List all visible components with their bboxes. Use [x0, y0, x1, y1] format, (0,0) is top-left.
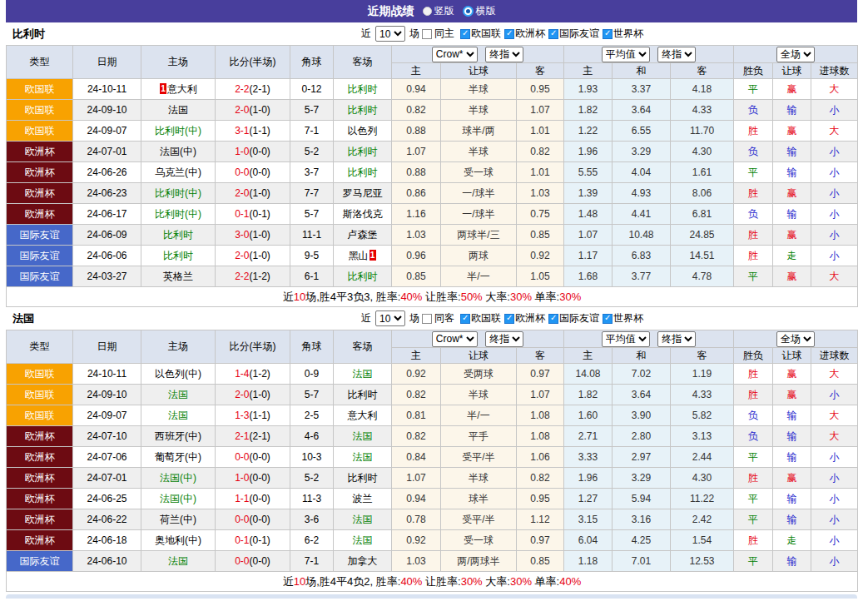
layout-option-horizontal[interactable]: 横版	[463, 4, 496, 18]
average-select[interactable]: 平均值	[602, 331, 650, 347]
home-team: 奥地利(中)	[155, 534, 201, 546]
europe-odds-group-header: 平均值 终指	[564, 46, 734, 63]
same-venue-checkbox[interactable]	[422, 29, 432, 39]
bookmaker-select[interactable]: Crow*	[432, 47, 478, 62]
full-match-select[interactable]: 全场	[776, 331, 815, 347]
handicap-line: 半/一	[441, 266, 517, 287]
avg-away-odds: 2.44	[671, 447, 734, 468]
full-match-select[interactable]: 全场	[776, 47, 815, 62]
red-card-badge: 1	[160, 83, 166, 94]
col-avg-away-header: 客	[671, 63, 734, 79]
league-badge: 欧洲杯	[7, 142, 73, 162]
away-team-cell: 法国	[334, 426, 392, 447]
over-under-result: 小	[811, 246, 858, 266]
avg-home-odds: 3.33	[564, 447, 613, 468]
avg-home-odds: 1.18	[564, 551, 613, 572]
match-score: 1-4(1-2)	[216, 364, 290, 385]
league-label: 欧洲杯	[515, 27, 545, 41]
full-time-score: 0-1	[235, 534, 249, 546]
full-time-score: 2-2	[235, 83, 249, 95]
crow-home-odds: 0.78	[392, 509, 441, 530]
away-team: 斯洛伐克	[343, 208, 383, 220]
average-select[interactable]: 平均值	[602, 47, 650, 62]
avg-draw-odds: 3.37	[613, 79, 671, 100]
handicap-result: 输	[773, 142, 811, 162]
win-draw-loss-result: 平	[734, 79, 773, 100]
full-time-score: 1-4	[235, 368, 249, 380]
avg-draw-odds: 3.64	[613, 385, 671, 405]
full-time-score: 0-0	[235, 451, 249, 463]
avg-draw-odds: 3.16	[613, 509, 671, 530]
handicap-result: 赢	[773, 79, 811, 100]
col-type-header: 类型	[7, 330, 73, 364]
league-badge: 国际友谊	[7, 225, 73, 246]
final-index-select[interactable]: 终指	[485, 47, 523, 62]
bookmaker-select[interactable]: Crow*	[432, 331, 478, 347]
home-team: 比利时	[163, 250, 193, 261]
match-score: 1-1(0-0)	[216, 489, 290, 509]
handicap-line: 受平/半	[441, 447, 517, 468]
half-time-score: (0-0)	[250, 146, 270, 157]
full-time-score: 3-0	[235, 229, 249, 241]
team-name: 法国	[12, 311, 34, 326]
crow-away-odds: 1.12	[517, 509, 564, 530]
league-checkbox[interactable]	[504, 29, 514, 39]
avg-draw-odds: 5.94	[613, 489, 671, 509]
match-score: 2-0(1-0)	[216, 385, 290, 405]
match-date: 24-09-07	[73, 405, 141, 426]
league-checkbox[interactable]	[603, 29, 613, 39]
home-team: 法国(中)	[160, 493, 196, 504]
away-team: 比利时	[348, 104, 378, 116]
handicap-result: 输	[773, 100, 811, 121]
league-checkbox[interactable]	[504, 314, 514, 324]
away-team-cell: 比利时	[334, 162, 392, 183]
handicap-result: 输	[773, 509, 811, 530]
league-checkbox[interactable]	[460, 29, 470, 39]
matches-label: 场	[409, 311, 419, 325]
col-corner-header: 角球	[290, 330, 334, 364]
league-badge: 欧洲杯	[7, 509, 73, 530]
avg-draw-odds: 3.90	[613, 405, 671, 426]
league-checkbox[interactable]	[548, 314, 558, 324]
result-group-header: 全场	[734, 330, 858, 348]
same-venue-checkbox[interactable]	[422, 314, 432, 324]
home-team: 乌克兰(中)	[155, 166, 201, 178]
recent-count-select[interactable]: 10	[375, 26, 405, 42]
away-team: 比利时	[348, 389, 378, 400]
over-under-result: 小	[811, 551, 858, 572]
crow-home-odds: 1.07	[392, 468, 441, 489]
match-score: 0-1(0-1)	[216, 204, 290, 225]
corner-score: 5-7	[290, 100, 334, 121]
crow-home-odds: 0.88	[392, 121, 441, 142]
home-team-cell: 葡萄牙(中)	[141, 447, 216, 468]
league-checkbox[interactable]	[548, 29, 558, 39]
league-checkbox[interactable]	[460, 314, 470, 324]
home-team-cell: 法国	[141, 100, 216, 121]
avg-away-odds: 12.53	[671, 551, 734, 572]
crow-away-odds: 0.95	[517, 79, 564, 100]
league-label: 国际友谊	[559, 27, 599, 41]
home-team-cell: 奥地利(中)	[141, 530, 216, 551]
avg-home-odds: 1.48	[564, 204, 613, 225]
home-team: 比利时	[163, 229, 193, 241]
handicap-line: 受一球	[441, 530, 517, 551]
radio-vertical-icon[interactable]	[423, 7, 432, 16]
final-index-select-2[interactable]: 终指	[657, 331, 696, 347]
crow-away-odds: 1.08	[517, 405, 564, 426]
handicap-line: 一/球半	[441, 204, 517, 225]
table-row: 欧国联 24-09-07 法国 1-3(1-1) 2-5 意大利 0.81 半/…	[7, 405, 858, 426]
radio-horizontal-icon[interactable]	[463, 6, 474, 17]
full-time-score: 0-0	[235, 514, 249, 525]
red-card-badge: 1	[370, 250, 376, 261]
layout-option-vertical[interactable]: 竖版	[423, 4, 454, 18]
recent-count-select[interactable]: 10	[375, 310, 405, 326]
final-index-select-2[interactable]: 终指	[657, 47, 696, 62]
final-index-select[interactable]: 终指	[485, 331, 523, 347]
crow-home-odds: 0.85	[392, 266, 441, 287]
avg-home-odds: 5.55	[564, 162, 613, 183]
full-time-score: 0-1	[235, 208, 249, 220]
handicap-line: 两球	[441, 246, 517, 266]
handicap-result: 走	[773, 246, 811, 266]
league-checkbox[interactable]	[603, 314, 613, 324]
league-badge: 欧国联	[7, 121, 73, 142]
